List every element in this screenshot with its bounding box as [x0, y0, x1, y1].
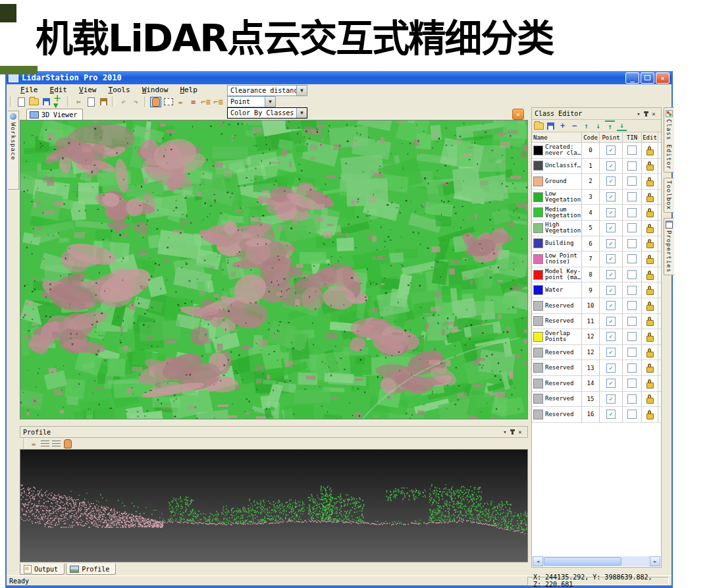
class-color-swatch[interactable] — [533, 332, 543, 342]
column-header-name[interactable]: Name — [532, 132, 582, 142]
profile-view-canvas[interactable] — [20, 449, 528, 562]
class-color-swatch[interactable] — [533, 254, 543, 264]
tin-checkbox[interactable] — [627, 394, 637, 404]
lock-icon[interactable] — [646, 177, 654, 186]
class-color-swatch[interactable] — [533, 348, 543, 358]
import-button[interactable]: ＋▼ — [53, 97, 65, 107]
menu-file[interactable]: File — [14, 86, 44, 94]
menu-view[interactable]: View — [73, 86, 103, 94]
point-checkbox[interactable]: ✓ — [606, 146, 616, 155]
cross-section-button[interactable]: = — [188, 97, 199, 107]
open-file-button[interactable] — [28, 97, 40, 107]
class-row[interactable]: Reserved14✓ — [532, 376, 661, 392]
class-color-swatch[interactable] — [533, 363, 543, 373]
chevron-down-icon[interactable]: ▼ — [265, 97, 275, 107]
paste-button[interactable] — [98, 97, 109, 107]
tab-output[interactable]: Output — [20, 564, 65, 575]
lock-icon[interactable] — [646, 394, 654, 403]
lock-icon[interactable] — [646, 193, 654, 201]
class-color-swatch[interactable] — [533, 176, 543, 186]
3d-viewer-canvas[interactable] — [20, 120, 528, 419]
class-editor-menu-caret[interactable]: ▾ — [634, 109, 643, 118]
class-row[interactable]: Reserved13✓ — [532, 360, 661, 376]
menu-tools[interactable]: Tools — [103, 86, 136, 94]
class-color-swatch[interactable] — [533, 192, 543, 202]
scroll-right-button[interactable]: ► — [650, 556, 660, 566]
class-row[interactable]: Unclassif…1✓ — [532, 159, 661, 174]
add-class-button[interactable]: + — [558, 121, 567, 130]
class-row[interactable]: Reserved16✓ — [532, 407, 661, 423]
new-file-button[interactable] — [16, 97, 27, 107]
point-checkbox[interactable]: ✓ — [606, 286, 616, 295]
class-table-hscrollbar[interactable]: ◄ ► — [533, 556, 660, 566]
point-checkbox[interactable]: ✓ — [606, 176, 616, 186]
class-color-swatch[interactable] — [533, 161, 543, 171]
lock-icon[interactable] — [646, 379, 654, 388]
tin-checkbox[interactable] — [627, 208, 637, 217]
tin-checkbox[interactable] — [627, 332, 637, 341]
class-editor-close-button[interactable]: ✕ — [649, 109, 658, 118]
pan-tool-button[interactable] — [150, 97, 161, 107]
point-checkbox[interactable]: ✓ — [606, 301, 616, 310]
class-row[interactable]: Medium Vegetation4✓ — [532, 205, 661, 221]
profile-panel-header[interactable]: Profile ▾ ✕ — [20, 426, 528, 438]
class-color-swatch[interactable] — [533, 285, 543, 295]
tin-checkbox[interactable] — [627, 239, 637, 248]
class-row[interactable]: Reserved11✓ — [532, 314, 661, 330]
lock-icon[interactable] — [646, 239, 654, 248]
profile-pan-button[interactable] — [63, 439, 72, 448]
tin-checkbox[interactable] — [627, 379, 637, 388]
tin-checkbox[interactable] — [627, 254, 637, 263]
menu-edit[interactable]: Edit — [44, 86, 74, 94]
tin-checkbox[interactable] — [627, 286, 637, 295]
brush-classify-button[interactable]: ✏ — [175, 97, 186, 107]
column-header-point[interactable]: Point — [600, 132, 623, 142]
save-button[interactable] — [41, 97, 52, 107]
class-color-swatch[interactable] — [533, 207, 543, 217]
point-checkbox[interactable]: ✓ — [606, 394, 616, 404]
save-classes-button[interactable] — [546, 121, 556, 130]
class-color-swatch[interactable] — [533, 146, 543, 155]
redo-button[interactable]: ↷ — [130, 97, 142, 107]
class-row[interactable]: High Vegetation5✓ — [532, 221, 661, 236]
undo-button[interactable]: ↶ — [118, 97, 129, 107]
tab-profile[interactable]: Profile — [66, 564, 116, 575]
class-color-swatch[interactable] — [533, 394, 543, 404]
class-row[interactable]: Ground2✓ — [532, 174, 661, 190]
point-checkbox[interactable]: ✓ — [606, 254, 616, 263]
load-classes-button[interactable] — [534, 121, 544, 130]
profile-grid2-button[interactable] — [51, 439, 61, 448]
point-checkbox[interactable]: ✓ — [606, 239, 616, 248]
lock-icon[interactable] — [646, 363, 654, 372]
point-checkbox[interactable]: ✓ — [606, 363, 616, 373]
class-color-swatch[interactable] — [533, 270, 543, 280]
tab-3d-viewer[interactable]: 3D Viewer — [26, 109, 83, 120]
column-header-tin[interactable]: TIN — [623, 132, 642, 142]
dock-tab-toolbox[interactable]: Toolbox — [664, 178, 674, 213]
class-color-swatch[interactable] — [533, 379, 543, 388]
move-bottom-button[interactable]: ↓ — [617, 120, 627, 131]
tin-checkbox[interactable] — [627, 223, 637, 232]
menu-help[interactable]: Help — [174, 86, 203, 94]
point-checkbox[interactable]: ✓ — [606, 379, 616, 388]
clearance-distance-combo[interactable]: Clearance distance▼ — [227, 85, 307, 96]
tin-checkbox[interactable] — [627, 410, 637, 419]
class-row[interactable]: Low Vegetation3✓ — [532, 190, 661, 205]
class-editor-header[interactable]: Class Editor ▾ ✕ — [532, 108, 661, 120]
minimize-button[interactable]: _ — [625, 72, 639, 84]
tin-checkbox[interactable] — [627, 146, 637, 155]
point-checkbox[interactable]: ✓ — [606, 192, 616, 201]
workspace-tab[interactable]: Workspace — [8, 111, 19, 190]
move-top-button[interactable]: ↑ — [605, 120, 615, 131]
point-checkbox[interactable]: ✓ — [606, 223, 616, 232]
class-row[interactable]: Low Point (noise)7✓ — [532, 252, 661, 267]
point-checkbox[interactable]: ✓ — [606, 410, 616, 419]
class-editor-pin-icon[interactable] — [645, 111, 647, 117]
class-color-swatch[interactable] — [533, 238, 543, 248]
profile-tool2-button[interactable]: ⌐≡ — [213, 97, 224, 107]
lock-icon[interactable] — [646, 410, 654, 419]
class-color-swatch[interactable] — [533, 301, 543, 311]
geometry-mode-combo[interactable]: Point▼ — [227, 96, 276, 107]
class-row[interactable]: Overlap Points12✓ — [532, 329, 661, 345]
point-checkbox[interactable]: ✓ — [606, 348, 616, 357]
